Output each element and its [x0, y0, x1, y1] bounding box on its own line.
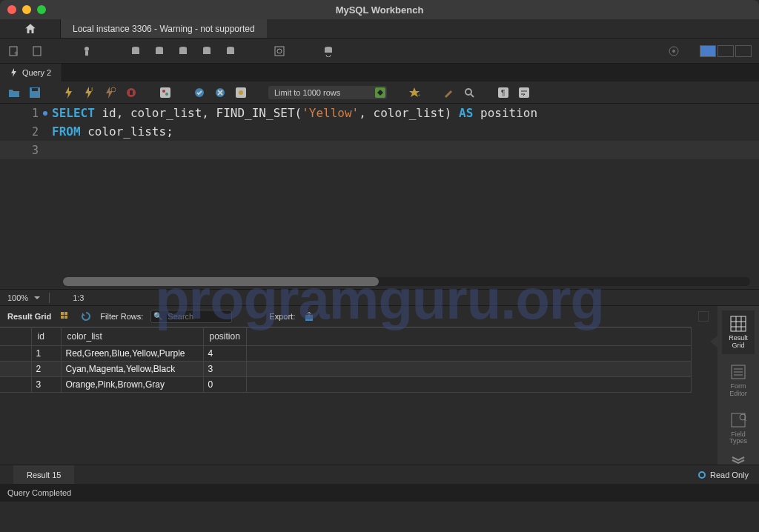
wrap-cell-icon[interactable] [697, 310, 710, 323]
execute-icon[interactable] [62, 86, 76, 99]
autocommit-icon[interactable] [234, 86, 248, 99]
inspector-icon[interactable] [80, 44, 93, 58]
svg-rect-6 [132, 48, 139, 54]
table-cell[interactable]: 3 [31, 377, 61, 393]
table-cell[interactable] [0, 377, 31, 393]
home-tab[interactable] [0, 19, 61, 38]
chevron-down-icon[interactable] [731, 456, 746, 465]
execute-current-icon[interactable]: I [83, 86, 96, 99]
wrap-icon[interactable] [517, 86, 531, 99]
grid-icon [729, 315, 747, 333]
minimize-window-button[interactable] [22, 5, 31, 14]
cursor-position: 1:3 [73, 293, 84, 302]
table-cell[interactable]: 4 [203, 346, 246, 362]
toggle-right-panel[interactable] [735, 45, 752, 57]
svg-rect-45 [698, 311, 709, 322]
rollback-icon[interactable] [213, 86, 227, 99]
table-cell[interactable]: Cyan,Magenta,Yellow,Black [61, 362, 203, 377]
field-types-icon [729, 411, 747, 429]
query-tab[interactable]: Query 2 [0, 64, 62, 82]
table-cell[interactable] [0, 362, 31, 377]
table-cell[interactable]: 2 [31, 362, 61, 377]
explain-icon[interactable] [104, 86, 117, 99]
table-row[interactable]: 2Cyan,Magenta,Yellow,Black3 [0, 362, 691, 377]
new-sql-tab-icon[interactable]: + [7, 44, 21, 58]
status-bar: Query Completed [0, 484, 759, 502]
readonly-icon [698, 471, 706, 479]
column-header[interactable]: color_list [61, 327, 203, 346]
stop-icon[interactable] [125, 86, 138, 99]
db-icon-5[interactable] [224, 44, 237, 58]
sidebar-form-editor[interactable]: Form Editor [722, 359, 755, 402]
toggle-bottom-panel[interactable] [717, 45, 734, 57]
close-window-button[interactable] [7, 5, 16, 14]
db-icon-2[interactable] [153, 44, 166, 58]
svg-rect-22 [32, 88, 38, 91]
code-line[interactable]: 2FROM color_lists; [0, 122, 759, 141]
toggle-icon[interactable] [159, 86, 172, 99]
svg-text:I: I [91, 87, 93, 93]
sidebar-result-grid[interactable]: Result Grid [722, 310, 755, 354]
toggle-left-panel[interactable] [700, 45, 716, 57]
sidebar-field-types[interactable]: Field Types [722, 407, 755, 450]
column-header[interactable]: position [203, 327, 246, 346]
connection-tab-bar: Local instance 3306 - Warning - not supp… [0, 19, 759, 39]
maximize-window-button[interactable] [37, 5, 46, 14]
svg-rect-12 [203, 48, 211, 54]
svg-point-24 [111, 87, 116, 92]
code-line[interactable]: 3 [0, 141, 759, 159]
db-icon-1[interactable] [129, 44, 142, 58]
export-icon[interactable] [302, 310, 316, 323]
sql-editor[interactable]: 1SELECT id, color_list, FIND_IN_SET('Yel… [0, 104, 759, 289]
horizontal-scrollbar[interactable] [63, 277, 750, 286]
svg-rect-43 [64, 316, 67, 319]
zoom-dropdown-icon[interactable] [34, 295, 40, 301]
brush-icon[interactable] [442, 86, 455, 99]
settings-gear-icon[interactable] [667, 44, 680, 58]
filter-rows-label: Filter Rows: [100, 312, 143, 321]
collapse-arrow-icon[interactable] [710, 336, 717, 348]
invisible-chars-icon[interactable]: ¶ [497, 86, 510, 99]
grid-view-icon[interactable] [59, 310, 72, 323]
save-file-icon[interactable] [28, 86, 42, 99]
sidebar-label: Result Grid [722, 335, 755, 350]
svg-rect-4 [85, 51, 88, 56]
beautify-icon[interactable]: + [408, 86, 421, 99]
result-pane: Result Grid Filter Rows: 🔍 Export: idcol… [0, 305, 759, 465]
table-cell[interactable]: Orange,Pink,Brown,Gray [61, 377, 203, 393]
db-icon-3[interactable] [176, 44, 190, 58]
result-grid[interactable]: idcolor_listposition1Red,Green,Blue,Yell… [0, 327, 717, 465]
commit-icon[interactable] [193, 86, 206, 99]
row-limit-select[interactable]: Limit to 1000 rows [268, 86, 387, 99]
table-cell[interactable]: 3 [203, 362, 246, 377]
scrollbar-thumb[interactable] [63, 277, 379, 286]
find-icon[interactable] [463, 86, 476, 99]
column-header[interactable] [0, 327, 31, 346]
spacer-cell [246, 377, 691, 393]
svg-rect-42 [61, 316, 64, 319]
db-search-icon[interactable] [273, 44, 286, 58]
connection-tab[interactable]: Local instance 3306 - Warning - not supp… [61, 19, 267, 38]
table-cell[interactable] [0, 346, 31, 362]
open-sql-file-icon[interactable] [31, 44, 44, 58]
table-cell[interactable]: 1 [31, 346, 61, 362]
column-header[interactable]: id [31, 327, 61, 346]
svg-rect-8 [156, 48, 163, 54]
open-file-icon[interactable] [7, 86, 21, 99]
table-row[interactable]: 3Orange,Pink,Brown,Gray0 [0, 377, 691, 393]
svg-text:+: + [417, 92, 420, 99]
filter-rows-input[interactable] [150, 310, 232, 323]
result-tab[interactable]: Result 15 [13, 465, 74, 484]
db-icon-4[interactable] [200, 44, 213, 58]
result-toolbar: Result Grid Filter Rows: 🔍 Export: [0, 306, 717, 327]
sidebar-label: Form Editor [722, 383, 755, 398]
zoom-level[interactable]: 100% [7, 293, 28, 302]
refresh-icon[interactable] [79, 310, 93, 323]
main-toolbar: + [0, 39, 759, 64]
table-row[interactable]: 1Red,Green,Blue,Yellow,Purple4 [0, 346, 691, 362]
table-cell[interactable]: Red,Green,Blue,Yellow,Purple [61, 346, 203, 362]
code-line[interactable]: 1SELECT id, color_list, FIND_IN_SET('Yel… [0, 104, 759, 122]
status-text: Query Completed [7, 488, 71, 497]
table-cell[interactable]: 0 [203, 377, 246, 393]
db-reconnect-icon[interactable] [322, 44, 335, 58]
